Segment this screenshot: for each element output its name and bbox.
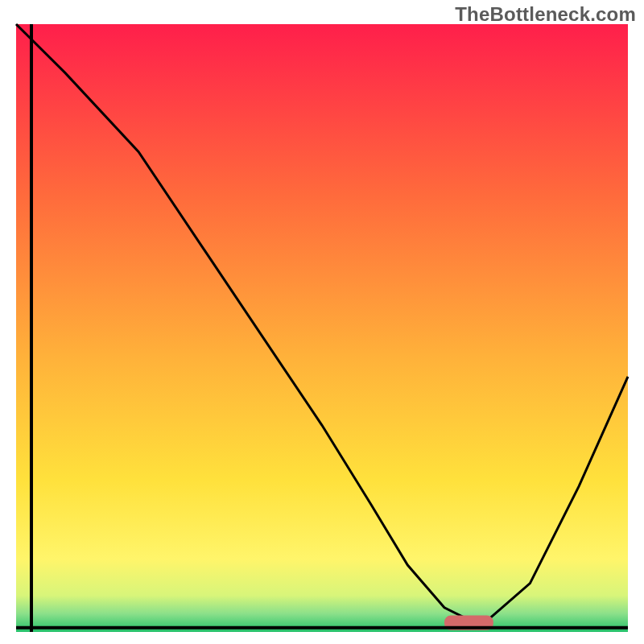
plot-area (16, 24, 628, 632)
bottleneck-chart (0, 0, 644, 644)
watermark-text: TheBottleneck.com (455, 3, 636, 26)
gradient-background (16, 24, 628, 632)
chart-frame: TheBottleneck.com (0, 0, 644, 644)
